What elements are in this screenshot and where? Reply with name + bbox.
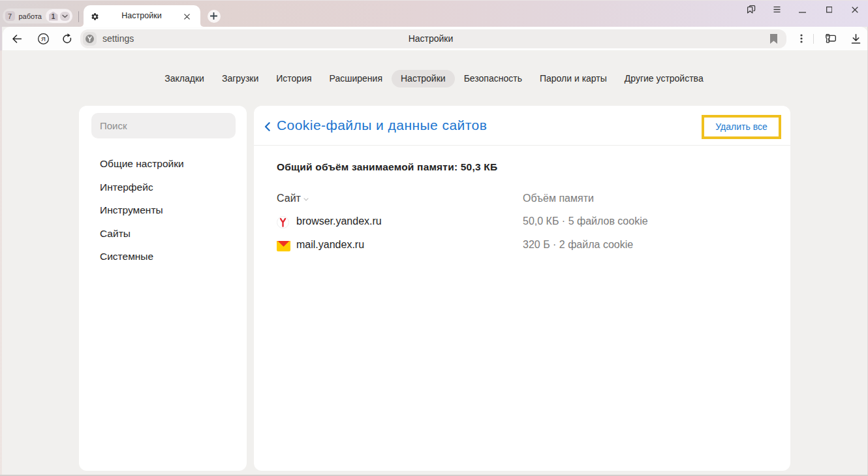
svg-text:Я: Я xyxy=(41,35,46,42)
